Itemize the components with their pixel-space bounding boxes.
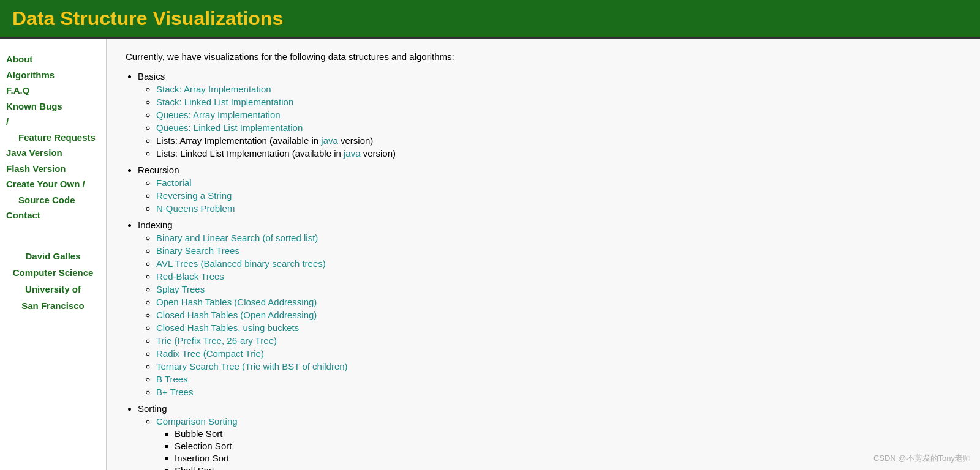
- main-layout: About Algorithms F.A.Q Known Bugs / Feat…: [0, 39, 980, 470]
- java-link-2[interactable]: java: [344, 148, 361, 159]
- ternary-search-link[interactable]: Ternary Search Tree (Trie with BST of ch…: [156, 361, 348, 371]
- author-block: David Galles Computer Science University…: [6, 248, 100, 314]
- author-university-line2: San Francisco: [21, 300, 85, 311]
- list-item: Queues: Array Implementation: [156, 110, 962, 120]
- sorting-items: Comparison Sorting Bubble Sort Selection…: [156, 416, 962, 470]
- avl-trees-link[interactable]: AVL Trees (Balanced binary search trees): [156, 258, 326, 269]
- page-title: Data Structure Visualizations: [12, 7, 968, 30]
- closed-hash-buckets-link[interactable]: Closed Hash Tables, using buckets: [156, 323, 299, 333]
- list-item: Reversing a String: [156, 190, 962, 201]
- author-university-line1: University of: [25, 284, 81, 294]
- list-item: AVL Trees (Balanced binary search trees): [156, 258, 962, 269]
- list-item: Red-Black Trees: [156, 271, 962, 282]
- category-indexing-label: Indexing: [138, 220, 173, 230]
- category-basics: Basics Stack: Array Implementation Stack…: [138, 71, 962, 159]
- list-item: Closed Hash Tables (Open Addressing): [156, 310, 962, 320]
- sidebar-item-java-version[interactable]: Java Version: [6, 145, 100, 161]
- sidebar-item-feature-requests[interactable]: Feature Requests: [6, 130, 100, 146]
- category-recursion: Recursion Factorial Reversing a String N…: [138, 165, 962, 214]
- category-sorting-label: Sorting: [138, 403, 167, 414]
- recursion-items: Factorial Reversing a String N-Queens Pr…: [156, 177, 962, 214]
- list-item: Lists: Linked List Implementation (avail…: [156, 148, 962, 159]
- author-name: David Galles: [25, 251, 80, 261]
- list-item: Shell Sort: [175, 465, 962, 470]
- categories-list: Basics Stack: Array Implementation Stack…: [138, 71, 962, 470]
- list-item: Stack: Linked List Implementation: [156, 97, 962, 107]
- lists-array-suffix: version): [338, 135, 374, 146]
- category-recursion-label: Recursion: [138, 165, 179, 175]
- binary-linear-search-link[interactable]: Binary and Linear Search (of sorted list…: [156, 233, 318, 243]
- list-item: Ternary Search Tree (Trie with BST of ch…: [156, 361, 962, 371]
- sidebar: About Algorithms F.A.Q Known Bugs / Feat…: [0, 39, 107, 470]
- indexing-items: Binary and Linear Search (of sorted list…: [156, 233, 962, 397]
- sidebar-item-algorithms[interactable]: Algorithms: [6, 67, 100, 83]
- sidebar-item-contact[interactable]: Contact: [6, 207, 100, 223]
- list-item: Radix Tree (Compact Trie): [156, 348, 962, 359]
- stack-array-link[interactable]: Stack: Array Implementation: [156, 84, 271, 94]
- list-item: Splay Trees: [156, 284, 962, 294]
- main-content: Currently, we have visualizations for th…: [107, 39, 980, 470]
- intro-text: Currently, we have visualizations for th…: [126, 51, 962, 62]
- list-item: Insertion Sort: [175, 453, 962, 463]
- category-sorting: Sorting Comparison Sorting Bubble Sort S…: [138, 403, 962, 470]
- java-link-1[interactable]: java: [321, 135, 338, 146]
- list-item: N-Queens Problem: [156, 203, 962, 214]
- watermark: CSDN @不剪发的Tony老师: [873, 453, 971, 464]
- insertion-sort-label: Insertion Sort: [175, 453, 229, 463]
- list-item: Stack: Array Implementation: [156, 84, 962, 94]
- list-item: Bubble Sort: [175, 428, 962, 439]
- list-item: Factorial: [156, 177, 962, 188]
- list-item: Queues: Linked List Implementation: [156, 122, 962, 133]
- factorial-link[interactable]: Factorial: [156, 177, 192, 188]
- queues-array-link[interactable]: Queues: Array Implementation: [156, 110, 281, 120]
- list-item: Comparison Sorting Bubble Sort Selection…: [156, 416, 962, 470]
- queues-linked-link[interactable]: Queues: Linked List Implementation: [156, 122, 303, 133]
- open-hash-link[interactable]: Open Hash Tables (Closed Addressing): [156, 297, 317, 307]
- page-header: Data Structure Visualizations: [0, 0, 980, 39]
- comparison-sorting-items: Bubble Sort Selection Sort Insertion Sor…: [175, 428, 962, 470]
- list-item: Selection Sort: [175, 441, 962, 451]
- selection-sort-label: Selection Sort: [175, 441, 232, 451]
- bplus-trees-link[interactable]: B+ Trees: [156, 387, 193, 397]
- sidebar-item-source-code[interactable]: Source Code: [6, 192, 100, 208]
- basics-items: Stack: Array Implementation Stack: Linke…: [156, 84, 962, 159]
- sidebar-item-create-your-own[interactable]: Create Your Own /: [6, 176, 100, 192]
- author-dept: Computer Science: [13, 267, 94, 278]
- sidebar-item-faq[interactable]: F.A.Q: [6, 83, 100, 99]
- sidebar-item-about[interactable]: About: [6, 51, 100, 67]
- bst-link[interactable]: Binary Search Trees: [156, 245, 239, 256]
- category-basics-label: Basics: [138, 71, 165, 81]
- category-indexing: Indexing Binary and Linear Search (of so…: [138, 220, 962, 397]
- list-item: Lists: Array Implementation (available i…: [156, 135, 962, 146]
- lists-linked-text: Lists: Linked List Implementation (avail…: [156, 148, 344, 159]
- list-item: B Trees: [156, 374, 962, 384]
- closed-hash-link[interactable]: Closed Hash Tables (Open Addressing): [156, 310, 317, 320]
- b-trees-link[interactable]: B Trees: [156, 374, 188, 384]
- list-item: Binary and Linear Search (of sorted list…: [156, 233, 962, 243]
- sidebar-item-flash-version[interactable]: Flash Version: [6, 161, 100, 177]
- lists-linked-suffix: version): [361, 148, 396, 159]
- bubble-sort-label: Bubble Sort: [175, 428, 222, 439]
- list-item: Closed Hash Tables, using buckets: [156, 323, 962, 333]
- radix-tree-link[interactable]: Radix Tree (Compact Trie): [156, 348, 264, 359]
- stack-linked-link[interactable]: Stack: Linked List Implementation: [156, 97, 293, 107]
- reversing-string-link[interactable]: Reversing a String: [156, 190, 232, 201]
- list-item: B+ Trees: [156, 387, 962, 397]
- splay-trees-link[interactable]: Splay Trees: [156, 284, 205, 294]
- list-item: Binary Search Trees: [156, 245, 962, 256]
- lists-array-text: Lists: Array Implementation (available i…: [156, 135, 321, 146]
- sidebar-item-slash[interactable]: /: [6, 114, 100, 130]
- trie-link[interactable]: Trie (Prefix Tree, 26-ary Tree): [156, 335, 277, 346]
- nqueens-link[interactable]: N-Queens Problem: [156, 203, 235, 214]
- red-black-trees-link[interactable]: Red-Black Trees: [156, 271, 224, 282]
- sidebar-item-known-bugs[interactable]: Known Bugs: [6, 99, 100, 114]
- comparison-sorting-link[interactable]: Comparison Sorting: [156, 416, 238, 427]
- shell-sort-label: Shell Sort: [175, 465, 214, 470]
- list-item: Trie (Prefix Tree, 26-ary Tree): [156, 335, 962, 346]
- list-item: Open Hash Tables (Closed Addressing): [156, 297, 962, 307]
